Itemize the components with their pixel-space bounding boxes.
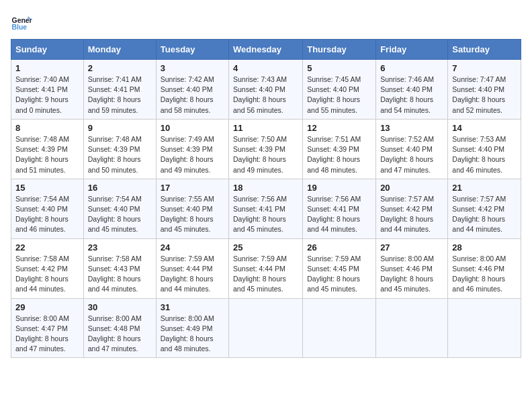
day-info: Sunrise: 8:00 AM Sunset: 4:46 PM Dayligh…: [452, 254, 517, 295]
day-number: 2: [88, 63, 152, 73]
weekday-header-monday: Monday: [83, 40, 156, 60]
day-number: 25: [233, 242, 298, 253]
svg-text:Blue: Blue: [12, 24, 28, 31]
calendar-cell: 3 Sunrise: 7:42 AM Sunset: 4:40 PM Dayli…: [156, 60, 228, 120]
calendar-cell: 5 Sunrise: 7:45 AM Sunset: 4:40 PM Dayli…: [303, 60, 376, 120]
day-number: 20: [380, 183, 443, 193]
calendar-cell: [303, 298, 376, 358]
day-info: Sunrise: 8:00 AM Sunset: 4:46 PM Dayligh…: [380, 254, 443, 295]
day-info: Sunrise: 7:54 AM Sunset: 4:40 PM Dayligh…: [15, 194, 79, 235]
calendar-cell: 21 Sunrise: 7:57 AM Sunset: 4:42 PM Dayl…: [448, 179, 521, 238]
calendar-cell: 13 Sunrise: 7:52 AM Sunset: 4:40 PM Dayl…: [376, 119, 448, 179]
day-number: 23: [88, 242, 152, 253]
day-info: Sunrise: 7:54 AM Sunset: 4:40 PM Dayligh…: [88, 194, 152, 235]
day-number: 8: [15, 123, 79, 133]
calendar-cell: 10 Sunrise: 7:49 AM Sunset: 4:39 PM Dayl…: [156, 119, 228, 179]
day-number: 15: [15, 183, 79, 193]
day-info: Sunrise: 7:48 AM Sunset: 4:39 PM Dayligh…: [15, 134, 79, 175]
day-number: 3: [161, 63, 224, 73]
day-number: 24: [161, 242, 224, 253]
calendar-cell: [376, 298, 448, 358]
day-number: 19: [307, 183, 371, 193]
day-info: Sunrise: 7:45 AM Sunset: 4:40 PM Dayligh…: [307, 75, 371, 116]
day-info: Sunrise: 7:59 AM Sunset: 4:44 PM Dayligh…: [161, 254, 224, 295]
day-info: Sunrise: 7:59 AM Sunset: 4:45 PM Dayligh…: [307, 254, 371, 295]
calendar-cell: 29 Sunrise: 8:00 AM Sunset: 4:47 PM Dayl…: [11, 298, 84, 358]
day-number: 13: [380, 123, 443, 133]
weekday-header-sunday: Sunday: [11, 40, 84, 60]
day-number: 27: [380, 242, 443, 253]
day-number: 14: [452, 123, 517, 133]
day-number: 21: [452, 183, 517, 193]
day-number: 31: [161, 302, 224, 312]
calendar-cell: 1 Sunrise: 7:40 AM Sunset: 4:41 PM Dayli…: [11, 60, 84, 120]
day-number: 28: [452, 242, 517, 253]
day-number: 29: [15, 302, 79, 312]
day-info: Sunrise: 7:57 AM Sunset: 4:42 PM Dayligh…: [452, 194, 517, 235]
calendar-cell: 17 Sunrise: 7:55 AM Sunset: 4:40 PM Dayl…: [156, 179, 228, 238]
day-number: 17: [161, 183, 224, 193]
day-info: Sunrise: 7:58 AM Sunset: 4:43 PM Dayligh…: [88, 254, 152, 295]
day-number: 18: [233, 183, 298, 193]
calendar-cell: 12 Sunrise: 7:51 AM Sunset: 4:39 PM Dayl…: [303, 119, 376, 179]
day-info: Sunrise: 8:00 AM Sunset: 4:48 PM Dayligh…: [88, 314, 152, 355]
calendar-cell: 14 Sunrise: 7:53 AM Sunset: 4:40 PM Dayl…: [448, 119, 521, 179]
day-info: Sunrise: 7:53 AM Sunset: 4:40 PM Dayligh…: [452, 134, 517, 175]
calendar-cell: 28 Sunrise: 8:00 AM Sunset: 4:46 PM Dayl…: [448, 238, 521, 298]
calendar-table: SundayMondayTuesdayWednesdayThursdayFrid…: [11, 39, 521, 358]
day-info: Sunrise: 7:41 AM Sunset: 4:41 PM Dayligh…: [88, 75, 152, 116]
calendar-cell: 8 Sunrise: 7:48 AM Sunset: 4:39 PM Dayli…: [11, 119, 84, 179]
day-info: Sunrise: 7:59 AM Sunset: 4:44 PM Dayligh…: [233, 254, 298, 295]
day-number: 30: [88, 302, 152, 312]
calendar-cell: 24 Sunrise: 7:59 AM Sunset: 4:44 PM Dayl…: [156, 238, 228, 298]
weekday-header-wednesday: Wednesday: [229, 40, 303, 60]
calendar-cell: 26 Sunrise: 7:59 AM Sunset: 4:45 PM Dayl…: [303, 238, 376, 298]
calendar-cell: 27 Sunrise: 8:00 AM Sunset: 4:46 PM Dayl…: [376, 238, 448, 298]
day-info: Sunrise: 7:57 AM Sunset: 4:42 PM Dayligh…: [380, 194, 443, 235]
day-number: 16: [88, 183, 152, 193]
day-info: Sunrise: 7:48 AM Sunset: 4:39 PM Dayligh…: [88, 134, 152, 175]
day-info: Sunrise: 7:55 AM Sunset: 4:40 PM Dayligh…: [161, 194, 224, 235]
day-number: 4: [233, 63, 298, 73]
day-number: 10: [161, 123, 224, 133]
day-info: Sunrise: 7:46 AM Sunset: 4:40 PM Dayligh…: [380, 75, 443, 116]
day-number: 5: [307, 63, 371, 73]
calendar-cell: 16 Sunrise: 7:54 AM Sunset: 4:40 PM Dayl…: [83, 179, 156, 238]
calendar-cell: 18 Sunrise: 7:56 AM Sunset: 4:41 PM Dayl…: [229, 179, 303, 238]
logo-icon: General Blue: [11, 11, 32, 32]
calendar-cell: 19 Sunrise: 7:56 AM Sunset: 4:41 PM Dayl…: [303, 179, 376, 238]
weekday-header-thursday: Thursday: [303, 40, 376, 60]
day-info: Sunrise: 8:00 AM Sunset: 4:49 PM Dayligh…: [161, 314, 224, 355]
day-info: Sunrise: 7:49 AM Sunset: 4:39 PM Dayligh…: [161, 134, 224, 175]
day-number: 7: [452, 63, 517, 73]
day-number: 12: [307, 123, 371, 133]
calendar-cell: 23 Sunrise: 7:58 AM Sunset: 4:43 PM Dayl…: [83, 238, 156, 298]
day-info: Sunrise: 7:42 AM Sunset: 4:40 PM Dayligh…: [161, 75, 224, 116]
day-number: 1: [15, 63, 79, 73]
day-number: 26: [307, 242, 371, 253]
calendar-cell: [448, 298, 521, 358]
weekday-header-friday: Friday: [376, 40, 448, 60]
calendar-cell: 11 Sunrise: 7:50 AM Sunset: 4:39 PM Dayl…: [229, 119, 303, 179]
logo: General Blue: [11, 11, 35, 32]
day-info: Sunrise: 7:58 AM Sunset: 4:42 PM Dayligh…: [15, 254, 79, 295]
day-info: Sunrise: 7:51 AM Sunset: 4:39 PM Dayligh…: [307, 134, 371, 175]
day-info: Sunrise: 7:52 AM Sunset: 4:40 PM Dayligh…: [380, 134, 443, 175]
page-header: General Blue: [11, 11, 521, 32]
day-number: 9: [88, 123, 152, 133]
day-info: Sunrise: 7:56 AM Sunset: 4:41 PM Dayligh…: [307, 194, 371, 235]
calendar-cell: 22 Sunrise: 7:58 AM Sunset: 4:42 PM Dayl…: [11, 238, 84, 298]
calendar-cell: [229, 298, 303, 358]
day-info: Sunrise: 8:00 AM Sunset: 4:47 PM Dayligh…: [15, 314, 79, 355]
calendar-cell: 7 Sunrise: 7:47 AM Sunset: 4:40 PM Dayli…: [448, 60, 521, 120]
day-info: Sunrise: 7:50 AM Sunset: 4:39 PM Dayligh…: [233, 134, 298, 175]
calendar-cell: 2 Sunrise: 7:41 AM Sunset: 4:41 PM Dayli…: [83, 60, 156, 120]
calendar-cell: 31 Sunrise: 8:00 AM Sunset: 4:49 PM Dayl…: [156, 298, 228, 358]
day-info: Sunrise: 7:43 AM Sunset: 4:40 PM Dayligh…: [233, 75, 298, 116]
weekday-header-saturday: Saturday: [448, 40, 521, 60]
day-info: Sunrise: 7:56 AM Sunset: 4:41 PM Dayligh…: [233, 194, 298, 235]
day-info: Sunrise: 7:47 AM Sunset: 4:40 PM Dayligh…: [452, 75, 517, 116]
day-number: 6: [380, 63, 443, 73]
calendar-cell: 9 Sunrise: 7:48 AM Sunset: 4:39 PM Dayli…: [83, 119, 156, 179]
calendar-cell: 6 Sunrise: 7:46 AM Sunset: 4:40 PM Dayli…: [376, 60, 448, 120]
